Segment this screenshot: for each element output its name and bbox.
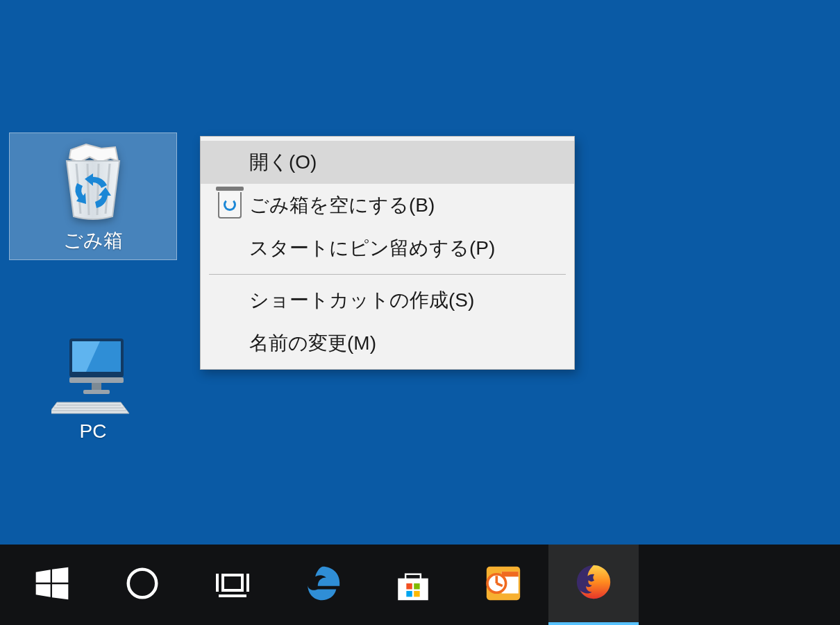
start-button[interactable]	[7, 545, 97, 625]
svg-marker-0	[69, 144, 118, 162]
menu-item-label: 名前の変更(M)	[249, 330, 560, 357]
svg-point-14	[128, 570, 157, 598]
menu-item-create-shortcut[interactable]: ショートカットの作成(S)	[201, 279, 574, 322]
svg-rect-5	[92, 383, 101, 390]
desktop-icon-label: PC	[12, 420, 174, 443]
outlook-button[interactable]	[458, 545, 548, 625]
menu-separator	[209, 274, 566, 275]
recycle-bin-icon	[12, 139, 174, 222]
firefox-icon	[573, 562, 614, 605]
edge-icon	[303, 563, 343, 606]
svg-marker-13	[52, 584, 68, 599]
windows-icon	[33, 564, 72, 606]
firefox-button[interactable]	[548, 545, 639, 625]
menu-item-label: 開く(O)	[249, 149, 560, 175]
taskview-icon	[212, 565, 253, 605]
menu-item-label: ごみ箱を空にする(B)	[249, 192, 560, 219]
svg-rect-4	[69, 377, 124, 383]
store-icon	[393, 563, 433, 606]
menu-item-label: スタートにピン留めする(P)	[249, 235, 560, 262]
svg-marker-11	[52, 567, 68, 583]
svg-marker-12	[36, 584, 51, 597]
svg-rect-22	[414, 591, 419, 597]
svg-rect-6	[83, 390, 110, 394]
computer-icon	[12, 332, 174, 415]
menu-item-rename[interactable]: 名前の変更(M)	[201, 322, 574, 365]
desktop-icon-recycle-bin[interactable]: ごみ箱	[10, 133, 176, 259]
store-button[interactable]	[368, 545, 458, 625]
svg-rect-15	[223, 575, 242, 590]
menu-item-pin-to-start[interactable]: スタートにピン留めする(P)	[201, 227, 574, 270]
desktop-icon-this-pc[interactable]: PC	[10, 326, 176, 448]
circle-icon	[124, 565, 161, 605]
recycle-icon	[210, 192, 249, 219]
taskbar	[0, 545, 840, 625]
menu-item-label: ショートカットの作成(S)	[249, 287, 560, 314]
svg-rect-21	[406, 591, 412, 597]
svg-rect-25	[502, 572, 519, 576]
cortana-button[interactable]	[97, 545, 187, 625]
desktop-icon-label: ごみ箱	[12, 228, 174, 254]
svg-marker-10	[36, 570, 51, 583]
menu-item-open[interactable]: 開く(O)	[201, 141, 574, 184]
edge-button[interactable]	[278, 545, 368, 625]
menu-item-empty-recycle-bin[interactable]: ごみ箱を空にする(B)	[201, 184, 574, 227]
outlook-icon	[483, 563, 523, 606]
task-view-button[interactable]	[187, 545, 278, 625]
svg-rect-20	[414, 583, 419, 589]
svg-rect-19	[406, 583, 412, 589]
recycle-bin-context-menu: 開く(O) ごみ箱を空にする(B) スタートにピン留めする(P) ショートカット…	[200, 136, 575, 370]
